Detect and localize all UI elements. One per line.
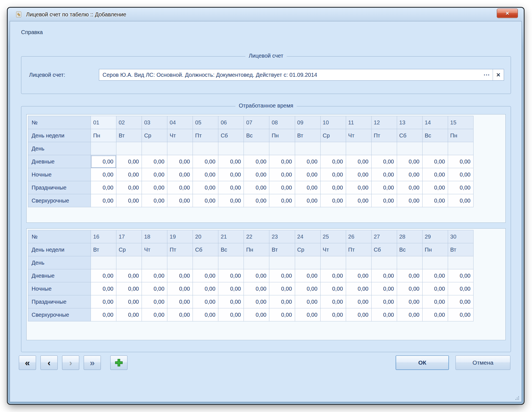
hours-value-cell[interactable]: 0,00 bbox=[346, 295, 371, 308]
hours-value-cell[interactable]: 0,00 bbox=[91, 282, 116, 295]
day-type-cell[interactable] bbox=[397, 256, 422, 269]
hours-value-cell[interactable]: 0,00 bbox=[167, 295, 193, 308]
hours-value-cell[interactable]: 0,00 bbox=[167, 194, 193, 207]
hours-value-cell[interactable]: 0,00 bbox=[269, 181, 295, 194]
hours-value-cell[interactable]: 0,00 bbox=[167, 269, 193, 282]
hours-value-cell[interactable]: 0,00 bbox=[167, 155, 193, 168]
hours-value-cell[interactable]: 0,00 bbox=[295, 295, 320, 308]
hours-value-cell[interactable]: 0,00 bbox=[320, 295, 346, 308]
hours-value-cell[interactable]: 0,00 bbox=[142, 181, 167, 194]
hours-value-cell[interactable]: 0,00 bbox=[346, 269, 371, 282]
hours-value-cell[interactable]: 0,00 bbox=[346, 308, 371, 321]
hours-value-cell[interactable]: 0,00 bbox=[371, 308, 397, 321]
hours-value-cell[interactable]: 0,00 bbox=[269, 155, 295, 168]
hours-value-cell[interactable]: 0,00 bbox=[167, 181, 193, 194]
day-type-cell[interactable] bbox=[193, 256, 218, 269]
day-type-cell[interactable] bbox=[320, 256, 346, 269]
day-type-cell[interactable] bbox=[116, 142, 142, 155]
hours-value-cell[interactable]: 0,00 bbox=[244, 155, 269, 168]
hours-value-cell[interactable]: 0,00 bbox=[91, 308, 116, 321]
day-type-cell[interactable] bbox=[218, 256, 244, 269]
day-type-cell[interactable] bbox=[346, 256, 371, 269]
hours-value-cell[interactable]: 0,00 bbox=[142, 295, 167, 308]
last-record-button[interactable]: » bbox=[84, 355, 101, 370]
hours-value-cell[interactable]: 0,00 bbox=[371, 155, 397, 168]
hours-value-cell[interactable]: 0,00 bbox=[91, 168, 116, 181]
hours-value-cell[interactable]: 0,00 bbox=[218, 168, 244, 181]
day-type-cell[interactable] bbox=[167, 142, 193, 155]
day-type-cell[interactable] bbox=[448, 142, 473, 155]
day-type-cell[interactable] bbox=[142, 142, 167, 155]
hours-value-cell[interactable]: 0,00 bbox=[397, 295, 422, 308]
hours-value-cell[interactable]: 0,00 bbox=[91, 181, 116, 194]
hours-value-cell[interactable]: 0,00 bbox=[244, 295, 269, 308]
hours-value-cell[interactable]: 0,00 bbox=[116, 282, 142, 295]
hours-value-cell[interactable]: 0,00 bbox=[116, 308, 142, 321]
hours-value-cell[interactable]: 0,00 bbox=[218, 308, 244, 321]
account-field[interactable]: Серов Ю.А. Вид ЛС: Основной. Должность: … bbox=[99, 69, 504, 81]
day-type-cell[interactable] bbox=[244, 142, 269, 155]
hours-value-cell[interactable]: 0,00 bbox=[397, 168, 422, 181]
hours-value-cell[interactable]: 0,00 bbox=[218, 155, 244, 168]
next-record-button[interactable]: › bbox=[62, 355, 79, 370]
hours-value-cell[interactable]: 0,00 bbox=[116, 269, 142, 282]
day-type-cell[interactable] bbox=[422, 256, 448, 269]
day-type-cell[interactable] bbox=[320, 142, 346, 155]
hours-value-cell[interactable]: 0,00 bbox=[422, 181, 448, 194]
hours-value-cell[interactable]: 0,00 bbox=[91, 155, 116, 168]
hours-value-cell[interactable]: 0,00 bbox=[422, 194, 448, 207]
hours-value-cell[interactable]: 0,00 bbox=[448, 194, 473, 207]
hours-value-cell[interactable]: 0,00 bbox=[193, 282, 218, 295]
browse-button[interactable]: ··· bbox=[481, 69, 493, 80]
day-type-cell[interactable] bbox=[116, 256, 142, 269]
hours-value-cell[interactable]: 0,00 bbox=[422, 155, 448, 168]
hours-value-cell[interactable]: 0,00 bbox=[269, 282, 295, 295]
hours-value-cell[interactable]: 0,00 bbox=[448, 295, 473, 308]
hours-value-cell[interactable]: 0,00 bbox=[397, 308, 422, 321]
hours-value-cell[interactable]: 0,00 bbox=[422, 295, 448, 308]
day-type-cell[interactable] bbox=[269, 142, 295, 155]
hours-value-cell[interactable]: 0,00 bbox=[244, 269, 269, 282]
hours-value-cell[interactable]: 0,00 bbox=[422, 168, 448, 181]
hours-value-cell[interactable]: 0,00 bbox=[320, 282, 346, 295]
close-button[interactable]: ✕ bbox=[497, 9, 518, 18]
hours-value-cell[interactable]: 0,00 bbox=[193, 168, 218, 181]
hours-value-cell[interactable]: 0,00 bbox=[116, 155, 142, 168]
hours-value-cell[interactable]: 0,00 bbox=[295, 168, 320, 181]
hours-value-cell[interactable]: 0,00 bbox=[116, 295, 142, 308]
hours-value-cell[interactable]: 0,00 bbox=[295, 269, 320, 282]
day-type-cell[interactable] bbox=[218, 142, 244, 155]
hours-value-cell[interactable]: 0,00 bbox=[448, 155, 473, 168]
hours-value-cell[interactable]: 0,00 bbox=[142, 194, 167, 207]
hours-value-cell[interactable]: 0,00 bbox=[244, 181, 269, 194]
hours-value-cell[interactable]: 0,00 bbox=[167, 308, 193, 321]
hours-value-cell[interactable]: 0,00 bbox=[320, 308, 346, 321]
hours-value-cell[interactable]: 0,00 bbox=[295, 155, 320, 168]
hours-value-cell[interactable]: 0,00 bbox=[244, 194, 269, 207]
menu-help[interactable]: Справка bbox=[19, 29, 44, 36]
hours-value-cell[interactable]: 0,00 bbox=[397, 194, 422, 207]
day-type-cell[interactable] bbox=[269, 256, 295, 269]
hours-value-cell[interactable]: 0,00 bbox=[397, 269, 422, 282]
hours-value-cell[interactable]: 0,00 bbox=[193, 269, 218, 282]
hours-value-cell[interactable]: 0,00 bbox=[346, 181, 371, 194]
hours-value-cell[interactable]: 0,00 bbox=[193, 295, 218, 308]
hours-value-cell[interactable]: 0,00 bbox=[91, 194, 116, 207]
prev-record-button[interactable]: ‹ bbox=[40, 355, 58, 370]
hours-value-cell[interactable]: 0,00 bbox=[193, 155, 218, 168]
day-type-cell[interactable] bbox=[371, 256, 397, 269]
hours-value-cell[interactable]: 0,00 bbox=[218, 295, 244, 308]
hours-value-cell[interactable]: 0,00 bbox=[218, 194, 244, 207]
day-type-cell[interactable] bbox=[167, 256, 193, 269]
hours-value-cell[interactable]: 0,00 bbox=[320, 181, 346, 194]
day-type-cell[interactable] bbox=[193, 142, 218, 155]
hours-value-cell[interactable]: 0,00 bbox=[167, 282, 193, 295]
hours-value-cell[interactable]: 0,00 bbox=[295, 194, 320, 207]
day-type-cell[interactable] bbox=[142, 256, 167, 269]
resize-grip[interactable] bbox=[515, 396, 519, 400]
clear-account-button[interactable]: ✕ bbox=[493, 69, 504, 80]
add-record-button[interactable] bbox=[110, 355, 127, 370]
hours-value-cell[interactable]: 0,00 bbox=[346, 168, 371, 181]
day-type-cell[interactable] bbox=[91, 142, 116, 155]
hours-value-cell[interactable]: 0,00 bbox=[295, 181, 320, 194]
